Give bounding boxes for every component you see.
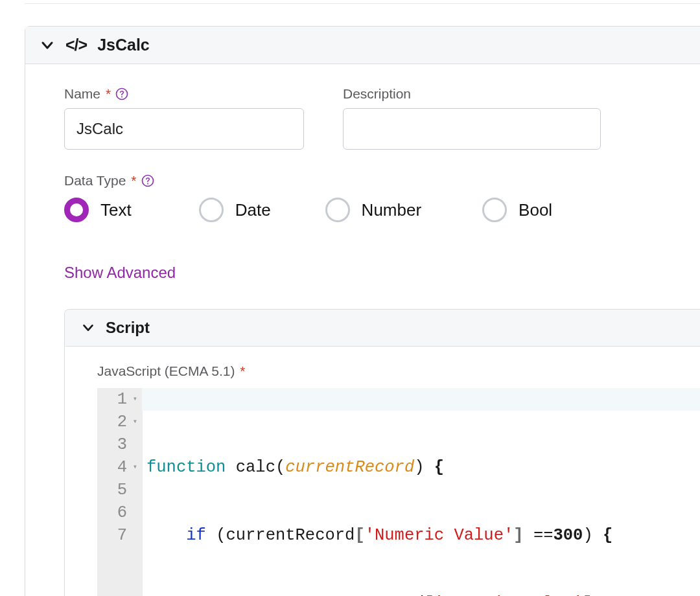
data-type-label-row: Data Type *	[64, 173, 700, 189]
required-asterisk: *	[131, 173, 136, 189]
radio-circle-icon	[482, 198, 507, 222]
line-number: 5	[117, 479, 127, 501]
active-line-highlight	[142, 388, 700, 411]
line-number: 7	[117, 524, 127, 547]
panel-body: Name * Descriptio	[25, 64, 700, 596]
radio-number[interactable]: Number	[325, 198, 421, 222]
radio-bool-label: Bool	[519, 200, 552, 220]
line-number: 1	[117, 388, 127, 411]
name-field-group: Name *	[64, 86, 304, 150]
fold-toggle-icon[interactable]: ▾	[131, 388, 137, 411]
radio-circle-icon	[199, 198, 224, 222]
radio-number-label: Number	[362, 200, 421, 220]
code-editor[interactable]: 1▾ 2▾ 3 4▾ 5 6 7 function calc(currentRe…	[97, 388, 700, 596]
required-asterisk: *	[240, 363, 245, 378]
data-type-section: Data Type * Text	[64, 173, 700, 222]
name-label-row: Name *	[64, 86, 304, 102]
panel-title: JsCalc	[97, 36, 150, 54]
chevron-down-icon[interactable]	[40, 38, 55, 53]
line-number: 6	[117, 501, 127, 524]
description-label: Description	[343, 86, 411, 102]
description-label-row: Description	[343, 86, 601, 102]
code-line: if (currentRecord['Numeric Value'] ==300…	[146, 524, 612, 547]
radio-circle-selected-icon	[64, 198, 89, 222]
fold-spacer	[131, 524, 137, 547]
fold-toggle-icon[interactable]: ▾	[131, 411, 137, 433]
show-advanced-link[interactable]: Show Advanced	[64, 264, 700, 282]
description-field-group: Description	[343, 86, 601, 150]
help-icon[interactable]	[115, 87, 129, 101]
description-input[interactable]	[343, 108, 601, 150]
code-line: function calc(currentRecord) {	[146, 456, 612, 479]
code-icon: </>	[65, 36, 87, 54]
svg-point-1	[121, 97, 122, 98]
fold-spacer	[131, 433, 137, 456]
code-area[interactable]: function calc(currentRecord) { if (curre…	[143, 388, 612, 596]
editor-gutter: 1▾ 2▾ 3 4▾ 5 6 7	[97, 388, 143, 596]
jscalc-panel: </> JsCalc Name *	[25, 26, 700, 596]
top-divider	[25, 0, 700, 4]
editor-label: JavaScript (ECMA 5.1)	[97, 363, 235, 378]
name-input[interactable]	[64, 108, 304, 150]
editor-label-row: JavaScript (ECMA 5.1) *	[97, 363, 700, 379]
name-label: Name	[64, 86, 100, 102]
line-number: 4	[117, 456, 127, 479]
panel-header[interactable]: </> JsCalc	[25, 27, 700, 64]
radio-text-label: Text	[100, 200, 132, 220]
radio-bool[interactable]: Bool	[482, 198, 552, 222]
radio-circle-icon	[325, 198, 350, 222]
chevron-down-icon[interactable]	[81, 321, 95, 335]
data-type-radio-row: Text Date Number Bool	[64, 198, 700, 222]
help-icon[interactable]	[141, 174, 155, 188]
script-title: Script	[106, 319, 150, 337]
script-section: Script JavaScript (ECMA 5.1) * 1▾ 2▾ 3 4…	[64, 309, 700, 596]
radio-date-label: Date	[235, 200, 271, 220]
fold-toggle-icon[interactable]: ▾	[131, 456, 137, 479]
required-asterisk: *	[106, 86, 111, 102]
fold-spacer	[131, 501, 137, 524]
script-body: JavaScript (ECMA 5.1) * 1▾ 2▾ 3 4▾ 5 6 7	[65, 347, 700, 596]
data-type-label: Data Type	[64, 173, 126, 189]
code-line: return currentRecord['Numeric Value'];	[146, 592, 612, 596]
script-header[interactable]: Script	[65, 310, 700, 347]
line-number: 3	[117, 433, 127, 456]
radio-date[interactable]: Date	[199, 198, 271, 222]
line-number: 2	[117, 411, 127, 433]
radio-text[interactable]: Text	[64, 198, 132, 222]
fold-spacer	[131, 479, 137, 501]
svg-point-3	[147, 183, 148, 185]
